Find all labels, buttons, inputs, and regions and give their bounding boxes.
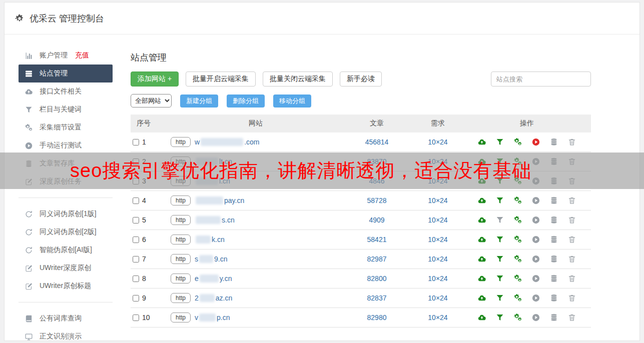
play-icon[interactable] [531,196,540,205]
delete-group-button[interactable]: 删除分组 [227,94,265,108]
cloud-upload-icon[interactable] [477,196,486,205]
sidebar-item-collect[interactable]: 采集细节设置 [19,118,113,136]
article-count[interactable]: 58728 [341,196,413,204]
filter-icon[interactable] [495,138,504,146]
add-site-button[interactable]: 添加网站 + [131,72,179,86]
site-domain-link[interactable]: 2 az.cn [195,294,232,302]
article-count[interactable]: 82800 [341,274,413,282]
play-icon[interactable] [531,294,540,302]
row-checkbox[interactable] [133,236,139,243]
gears-icon[interactable] [513,313,522,322]
cloud-upload-icon[interactable] [477,235,486,244]
cloud-upload-icon[interactable] [477,216,486,224]
http-badge[interactable]: http [171,234,191,244]
trash-icon[interactable] [567,254,576,264]
filter-icon[interactable] [495,274,504,283]
batch-open-button[interactable]: 批量开启云端采集 [186,72,256,86]
row-checkbox[interactable] [133,314,139,321]
filter-icon[interactable] [495,313,504,322]
row-checkbox[interactable] [133,139,139,146]
filter-icon[interactable] [495,254,504,264]
database-icon[interactable] [549,235,558,244]
gears-icon[interactable] [513,274,522,283]
play-icon[interactable] [531,138,540,146]
gears-icon[interactable] [513,235,522,244]
filter-icon[interactable] [495,216,504,224]
batch-close-button[interactable]: 批量关闭云端采集 [263,72,333,86]
recharge-link[interactable]: 充值 [75,51,89,60]
database-icon[interactable] [549,274,558,283]
move-group-button[interactable]: 移动分组 [273,94,311,108]
sidebar-item-ai[interactable]: 智能伪原创[AI版] [19,241,113,259]
trash-icon[interactable] [567,294,576,302]
http-badge[interactable]: http [171,274,191,284]
article-count[interactable]: 456814 [341,138,413,146]
site-domain-link[interactable]: k.cn [195,236,225,244]
http-badge[interactable]: http [171,254,191,264]
trash-icon[interactable] [567,216,576,224]
database-icon[interactable] [549,254,558,264]
group-filter-select[interactable]: 全部网站 [131,94,172,108]
trash-icon[interactable] [567,235,576,244]
site-domain-link[interactable]: e y.cn [195,274,232,282]
cloud-upload-icon[interactable] [477,294,486,302]
newbie-guide-button[interactable]: 新手必读 [340,72,382,86]
site-domain-link[interactable]: s.cn [195,216,235,224]
gears-icon[interactable] [513,216,522,224]
sidebar-item-demo[interactable]: 正文识别演示 [19,328,113,343]
http-badge[interactable]: http [171,293,191,303]
database-icon[interactable] [549,294,558,302]
article-count[interactable]: 82980 [341,314,413,322]
http-badge[interactable]: http [171,196,191,206]
site-search-input[interactable] [491,72,591,86]
filter-icon[interactable] [495,294,504,302]
cloud-upload-icon[interactable] [477,138,486,146]
filter-icon[interactable] [495,235,504,244]
site-domain-link[interactable]: s 9.cn [195,255,227,263]
database-icon[interactable] [549,216,558,224]
row-checkbox[interactable] [133,217,139,224]
play-icon[interactable] [531,254,540,264]
sidebar-item-api-file[interactable]: 接口文件相关 [19,82,113,100]
gears-icon[interactable] [513,196,522,205]
trash-icon[interactable] [567,138,576,146]
gears-icon[interactable] [513,294,522,302]
article-count[interactable]: 82837 [341,294,413,302]
row-checkbox[interactable] [133,198,139,204]
gears-icon[interactable] [513,254,522,264]
site-domain-link[interactable]: v p.cn [195,314,230,322]
row-checkbox[interactable] [133,295,139,302]
trash-icon[interactable] [567,196,576,205]
trash-icon[interactable] [567,313,576,322]
sidebar-item-syn2[interactable]: 同义词伪原创[2版] [19,223,113,241]
filter-icon[interactable] [495,196,504,205]
trash-icon[interactable] [567,274,576,283]
sidebar-item-columns[interactable]: 栏目与关键词 [19,100,113,118]
sidebar-item-account[interactable]: 账户管理 充值 [19,46,113,64]
play-icon[interactable] [531,235,540,244]
sidebar-item-syn1[interactable]: 同义词伪原创[1版] [19,205,113,223]
row-checkbox[interactable] [133,276,139,282]
database-icon[interactable] [549,313,558,322]
database-icon[interactable] [549,138,558,146]
play-icon[interactable] [531,313,540,322]
database-icon[interactable] [549,196,558,205]
http-badge[interactable]: http [171,215,191,225]
sidebar-item-lexicon[interactable]: 公有词库查询 [19,310,113,328]
http-badge[interactable]: http [171,312,191,322]
sidebar-item-uw2[interactable]: UWriter原创标题 [19,277,113,295]
new-group-button[interactable]: 新建分组 [180,94,218,108]
article-count[interactable]: 58421 [341,236,413,244]
sidebar-item-manual[interactable]: 手动运行测试 [19,136,113,154]
cloud-upload-icon[interactable] [477,313,486,322]
row-checkbox[interactable] [133,256,139,262]
play-icon[interactable] [531,216,540,224]
cloud-upload-icon[interactable] [477,254,486,264]
sidebar-item-uw1[interactable]: UWriter深度原创 [19,259,113,277]
article-count[interactable]: 4909 [341,216,413,224]
play-icon[interactable] [531,274,540,283]
http-badge[interactable]: http [171,137,191,147]
gears-icon[interactable] [513,138,522,146]
site-domain-link[interactable]: pay.cn [195,196,244,204]
sidebar-item-sites[interactable]: 站点管理 [19,64,113,82]
